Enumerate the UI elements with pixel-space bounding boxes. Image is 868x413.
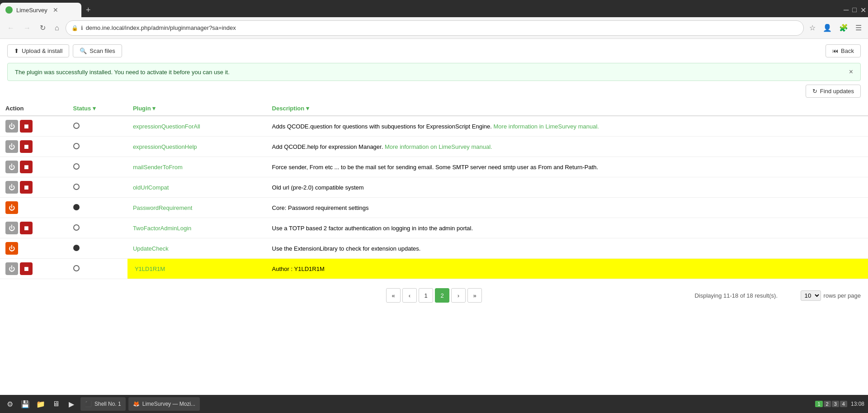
plugin-cell-6: TwoFactorAdminLogin: [127, 218, 267, 238]
description-cell-4: Old url (pre-2.0) compatible system: [267, 177, 868, 198]
first-page-button[interactable]: «: [386, 288, 401, 303]
status-cell-8: [68, 259, 127, 279]
description-cell-5: Core: Password requirement settings: [267, 198, 868, 218]
plugin-link-6[interactable]: TwoFactorAdminLogin: [133, 225, 191, 232]
taskbar-numbers: 1 2 3 4: [815, 401, 847, 404]
stop-button-4[interactable]: ⏹: [20, 181, 33, 194]
description-cell-1: Adds QCODE.question for questions with s…: [267, 116, 868, 137]
tab-favicon: [5, 6, 13, 14]
forward-nav-button[interactable]: →: [21, 22, 33, 34]
scan-icon: 🔍: [80, 47, 87, 54]
status-cell-4: [68, 177, 127, 198]
stop-button-3[interactable]: ⏹: [20, 161, 33, 173]
status-cell-1: [68, 116, 127, 137]
status-indicator-4: [73, 184, 80, 190]
plugin-table: Action Status ▾ Plugin ▾ Description ▾ ⏻…: [0, 101, 868, 279]
table-row: ⏻⏹oldUrlCompatOld url (pre-2.0) compatib…: [0, 177, 868, 198]
description-link-2[interactable]: More information on LimeSurvey manual.: [385, 143, 492, 150]
plugin-link-7[interactable]: UpdateCheck: [133, 245, 169, 252]
security-icon: 🔒: [71, 25, 78, 31]
plugin-link-2[interactable]: expressionQuestionHelp: [133, 143, 197, 150]
power-button-4[interactable]: ⏻: [5, 181, 18, 194]
bookmark-button[interactable]: ☆: [807, 22, 817, 34]
taskbar-icon-4[interactable]: 🖥: [50, 398, 62, 404]
action-cell-5: ⏻: [0, 198, 68, 218]
reload-button[interactable]: ↻: [37, 22, 48, 34]
taskbar: ⚙ 💾 📁 🖥 ▶ ⬛ Shell No. 1 🦊 LimeSurvey — M…: [0, 395, 868, 404]
action-cell-8: ⏻⏹: [0, 259, 68, 279]
table-row: ⏻PasswordRequirementCore: Password requi…: [0, 198, 868, 218]
status-indicator-3: [73, 163, 80, 170]
plugin-link-8[interactable]: Y1LD1R1M: [133, 265, 167, 273]
close-browser-button[interactable]: ✕: [859, 4, 868, 16]
taskbar-limesurvey-app[interactable]: 🦊 LimeSurvey — Mozi...: [128, 397, 200, 404]
col-plugin[interactable]: Plugin ▾: [127, 101, 267, 116]
page-2-button[interactable]: 2: [435, 288, 449, 303]
rows-select[interactable]: 10 25 50: [801, 290, 821, 301]
power-button-1[interactable]: ⏻: [5, 120, 18, 133]
page-info: Displaying 11-18 of 18 result(s).: [694, 292, 778, 299]
power-button-3[interactable]: ⏻: [5, 161, 18, 173]
stop-button-8[interactable]: ⏹: [20, 262, 33, 275]
scan-files-button[interactable]: 🔍 Scan files: [73, 44, 122, 57]
maximize-button[interactable]: □: [850, 4, 859, 16]
refresh-icon: ↻: [812, 88, 817, 95]
rows-per-page: 10 25 50 rows per page: [801, 290, 861, 301]
table-row: ⏻⏹mailSenderToFromForce sender, From etc…: [0, 157, 868, 177]
table-row: ⏻⏹TwoFactorAdminLoginUse a TOTP based 2 …: [0, 218, 868, 238]
power-button-5[interactable]: ⏻: [5, 201, 18, 214]
plugin-cell-1: expressionQuestionForAll: [127, 116, 267, 137]
profile-button[interactable]: 👤: [821, 22, 834, 34]
limesurvey-icon: 🦊: [133, 401, 140, 404]
nav-right-icons: ☆ 👤 🧩 ☰: [807, 22, 863, 34]
power-button-2[interactable]: ⏻: [5, 140, 18, 153]
col-action: Action: [0, 101, 68, 116]
address-bar[interactable]: 🔒 ℹ demo.ine.local/index.php/admin/plugi…: [66, 20, 804, 36]
next-page-button[interactable]: ›: [451, 288, 466, 303]
extensions-button[interactable]: 🧩: [837, 22, 850, 34]
stop-button-1[interactable]: ⏹: [20, 120, 33, 133]
tab-close-button[interactable]: ✕: [53, 6, 58, 14]
table-row: ⏻UpdateCheckUse the ExtensionLibrary to …: [0, 238, 868, 259]
alert-message: The plugin was successfully installed. Y…: [15, 69, 230, 76]
taskbar-shell-app[interactable]: ⬛ Shell No. 1: [80, 397, 126, 404]
new-tab-button[interactable]: +: [81, 5, 95, 15]
limesurvey-label: LimeSurvey — Mozi...: [142, 401, 195, 404]
action-cell-7: ⏻: [0, 238, 68, 259]
description-cell-2: Add QCODE.help for expression Manager. M…: [267, 137, 868, 157]
plugin-link-5[interactable]: PasswordRequirement: [133, 204, 193, 211]
minimize-button[interactable]: ─: [842, 4, 850, 16]
success-alert: The plugin was successfully installed. Y…: [7, 63, 861, 81]
home-button[interactable]: ⌂: [52, 22, 62, 34]
power-button-7[interactable]: ⏻: [5, 242, 18, 255]
description-link-1[interactable]: More information in LimeSurvey manual.: [494, 123, 599, 130]
upload-install-button[interactable]: ⬆ Upload & install: [7, 44, 69, 57]
prev-page-button[interactable]: ‹: [402, 288, 417, 303]
alert-close-button[interactable]: ×: [849, 68, 853, 76]
col-description[interactable]: Description ▾: [267, 101, 868, 116]
back-button[interactable]: ⏮ Back: [826, 44, 861, 57]
stop-button-6[interactable]: ⏹: [20, 222, 33, 234]
power-button-6[interactable]: ⏻: [5, 222, 18, 234]
find-updates-row: ↻ Find updates: [0, 85, 868, 101]
taskbar-icon-5[interactable]: ▶: [65, 398, 78, 404]
back-nav-button[interactable]: ←: [5, 22, 17, 34]
active-tab[interactable]: LimeSurvey ✕: [0, 3, 81, 17]
last-page-button[interactable]: »: [467, 288, 482, 303]
col-status[interactable]: Status ▾: [68, 101, 127, 116]
plugin-link-1[interactable]: expressionQuestionForAll: [133, 123, 200, 130]
find-updates-label: Find updates: [820, 88, 854, 95]
plugin-link-4[interactable]: oldUrlCompat: [133, 184, 169, 191]
find-updates-button[interactable]: ↻ Find updates: [806, 85, 861, 98]
taskbar-icon-2[interactable]: 💾: [19, 398, 32, 404]
upload-icon: ⬆: [14, 47, 19, 54]
plugin-link-3[interactable]: mailSenderToFrom: [133, 164, 183, 171]
taskbar-right: 1 2 3 4 13:08: [815, 401, 864, 404]
taskbar-icon-1[interactable]: ⚙: [4, 398, 16, 404]
power-button-8[interactable]: ⏻: [5, 262, 18, 275]
taskbar-icon-3[interactable]: 📁: [34, 398, 47, 404]
stop-button-2[interactable]: ⏹: [20, 140, 33, 153]
menu-button[interactable]: ☰: [854, 22, 863, 34]
status-indicator-6: [73, 224, 80, 231]
page-1-button[interactable]: 1: [419, 288, 433, 303]
